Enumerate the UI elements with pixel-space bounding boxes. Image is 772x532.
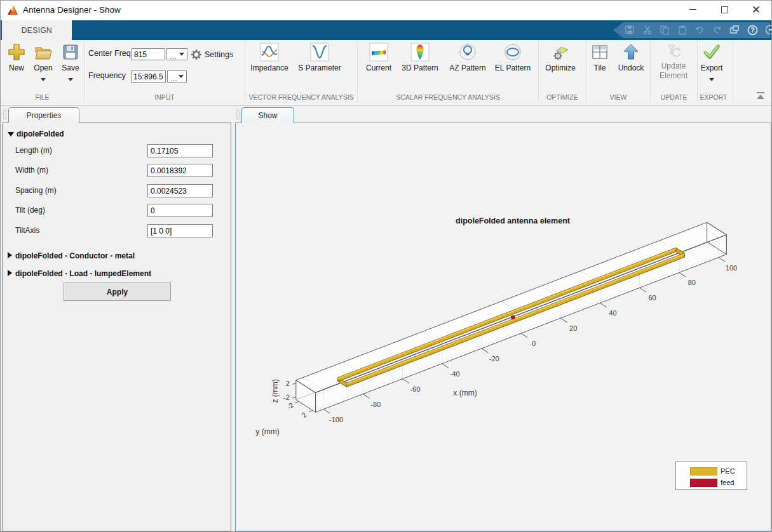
save-label: Save (57, 63, 85, 72)
redo-icon[interactable] (712, 25, 722, 35)
maximize-button[interactable] (714, 1, 735, 18)
ribbon: New Open Save FILE Center Freq … (1, 40, 771, 106)
z-tick-label: -2 (283, 394, 290, 401)
width-input[interactable] (147, 164, 213, 177)
tilt-input[interactable] (147, 204, 213, 217)
export-button[interactable]: Export (694, 43, 729, 84)
panel-drag-handle[interactable] (236, 110, 240, 119)
x-tick-label: -60 (410, 385, 420, 393)
section-label-input: INPUT (85, 93, 245, 101)
collapse-ribbon-button[interactable] (755, 92, 766, 100)
tab-properties[interactable]: Properties (8, 107, 79, 123)
pec-color-swatch (690, 467, 717, 475)
property-label: TiltAxis (15, 226, 39, 235)
impedance-label: Impedance (245, 63, 294, 72)
optimize-button[interactable]: Optimize (540, 43, 581, 72)
tiltaxis-input[interactable] (147, 224, 213, 237)
window-layout-icon[interactable] (729, 25, 740, 35)
close-button[interactable]: ✕ (745, 1, 767, 18)
feed-point (511, 316, 515, 319)
window-title: Antenna Designer - Show (23, 5, 121, 15)
section-label-optimize: OPTIMIZE (539, 93, 586, 101)
current-label: Current (360, 63, 398, 72)
el-pattern-button[interactable]: EL Pattern (490, 43, 536, 72)
pattern-3d-icon (410, 43, 430, 62)
matlab-logo-icon (6, 4, 20, 17)
panel-drag-handle[interactable] (3, 110, 6, 119)
y-tick-label: -2 (285, 401, 295, 411)
settings-gear-icon[interactable] (191, 49, 202, 60)
app-window: Antenna Designer - Show ✕ DESIGN (0, 0, 772, 532)
minimize-button[interactable] (682, 1, 703, 18)
property-row: Spacing (m) (3, 184, 231, 198)
x-tick-label: -20 (489, 355, 499, 362)
legend-item: PEC (690, 466, 747, 476)
x-tick-label: 0 (532, 340, 536, 347)
property-label: Tilt (deg) (15, 206, 45, 215)
x-tick-label: 80 (688, 279, 696, 286)
help-icon[interactable]: ? (747, 25, 758, 36)
toolbar-menu-icon[interactable] (765, 25, 772, 35)
center-freq-unit-dropdown[interactable]: … (166, 48, 187, 60)
x-tick-label: 100 (726, 264, 737, 272)
copy-icon[interactable] (660, 25, 670, 35)
ellipsis-icon: … (170, 76, 177, 81)
plot-title: dipoleFolded antenna element (456, 216, 571, 225)
properties-panel: dipoleFolded Length (m) Width (m) Spacin… (2, 123, 231, 531)
x-axis-label: x (mm) (453, 389, 477, 397)
section-label-file: FILE (1, 93, 84, 101)
group-header-dipolefolded[interactable]: dipoleFolded (8, 130, 64, 138)
section-label-view: VIEW (586, 93, 650, 101)
panel-tab-bar (1, 107, 771, 123)
length-input[interactable] (147, 144, 213, 157)
apply-button[interactable]: Apply (64, 283, 171, 301)
x-tick-label: -100 (329, 416, 343, 423)
section-label-vector: VECTOR FREQUENCY ANALYSIS (245, 93, 357, 101)
undock-button[interactable]: Undock (612, 43, 650, 72)
property-row: Length (m) (3, 144, 231, 158)
group-header-load[interactable]: dipoleFolded - Load - lumpedElement (8, 269, 151, 278)
group-header-conductor[interactable]: dipoleFolded - Conductor - metal (8, 251, 135, 260)
settings-label[interactable]: Settings (205, 50, 233, 59)
pattern-3d-label: 3D Pattern (396, 63, 444, 72)
tab-show[interactable]: Show (241, 107, 294, 123)
y-tick-label: 2 (300, 411, 308, 419)
el-pattern-icon (503, 43, 522, 62)
undock-arrow-icon (621, 43, 640, 62)
property-label: Width (m) (15, 166, 48, 175)
tile-button[interactable]: Tile (586, 43, 614, 72)
dropdown-arrow-icon (179, 75, 184, 78)
open-dropdown-icon[interactable] (41, 78, 46, 81)
save-icon[interactable] (625, 25, 635, 35)
impedance-button[interactable]: Impedance (245, 43, 294, 72)
pattern-3d-button[interactable]: 3D Pattern (396, 43, 444, 72)
new-button[interactable]: New (3, 43, 30, 72)
cut-icon[interactable] (642, 25, 653, 35)
save-dropdown-icon[interactable] (68, 78, 73, 81)
property-label: Length (m) (15, 146, 52, 155)
s-parameter-button[interactable]: S Parameter (294, 43, 345, 72)
s-parameter-label: S Parameter (294, 63, 345, 72)
open-button[interactable]: Open (29, 43, 57, 84)
az-pattern-button[interactable]: AZ Pattern (444, 43, 492, 72)
impedance-plot-icon (260, 43, 279, 62)
spacing-input[interactable] (147, 184, 213, 197)
az-pattern-label: AZ Pattern (444, 63, 492, 72)
current-button[interactable]: Current (360, 43, 398, 72)
update-element-label-line2: Element (654, 71, 693, 81)
frequency-input[interactable] (131, 70, 166, 83)
tile-label: Tile (586, 63, 614, 72)
frequency-unit-dropdown[interactable]: … (167, 70, 187, 83)
paste-icon[interactable] (677, 25, 687, 35)
section-label-update: UPDATE (651, 93, 697, 101)
export-dropdown-icon[interactable] (709, 78, 714, 81)
expand-arrow-icon (8, 270, 12, 276)
export-check-icon (702, 43, 721, 62)
property-row: Tilt (deg) (3, 204, 231, 218)
center-freq-input[interactable] (132, 48, 165, 60)
undo-icon[interactable] (694, 25, 705, 35)
center-freq-label: Center Freq (88, 49, 131, 58)
tab-design[interactable]: DESIGN (2, 20, 72, 40)
save-button[interactable]: Save (57, 43, 85, 84)
save-floppy-icon (61, 43, 80, 62)
